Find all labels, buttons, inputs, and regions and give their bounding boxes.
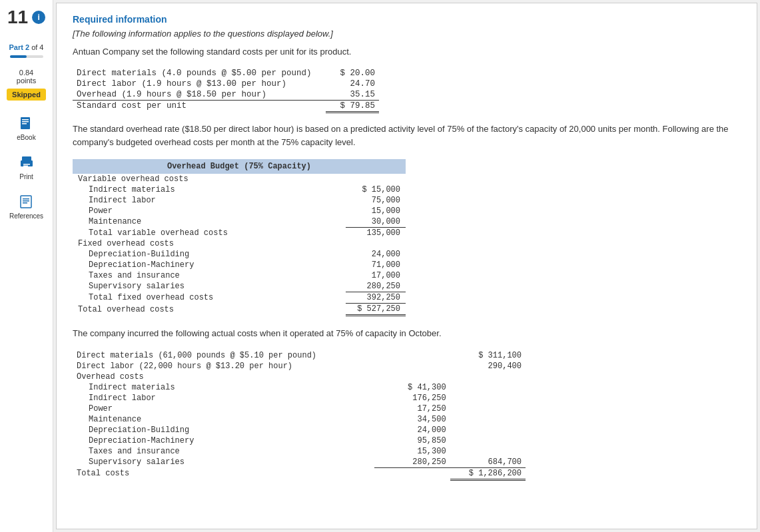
table-row: Taxes and insurance 17,000 xyxy=(73,270,406,281)
table-row: Supervisory salaries 280,250 684,700 xyxy=(73,457,526,468)
table-row: Power 15,000 xyxy=(73,206,406,216)
cost-value: 24.70 xyxy=(326,79,379,89)
item-col2: 34,500 xyxy=(374,414,450,425)
item-label: Direct materials (61,000 pounds @ $5.10 … xyxy=(73,350,374,361)
svg-rect-9 xyxy=(23,198,29,200)
item-col2: 24,000 xyxy=(374,425,450,435)
item-label: Depreciation-Machinery xyxy=(73,260,346,270)
cost-value: $ 20.00 xyxy=(326,68,379,79)
part-label: Part 2 of 4 xyxy=(9,43,44,53)
info-icon[interactable]: i xyxy=(32,11,45,24)
total-label: Total costs xyxy=(73,467,374,479)
table-row: Direct materials (61,000 pounds @ $5.10 … xyxy=(73,350,526,361)
item-label: Maintenance xyxy=(73,216,346,228)
standard-costs-table: Direct materials (4.0 pounds @ $5.00 per… xyxy=(73,68,379,113)
svg-rect-6 xyxy=(23,164,30,165)
item-label: Power xyxy=(73,206,346,216)
total-label: Total overhead costs xyxy=(73,304,346,316)
table-row: Depreciation-Machinery 95,850 xyxy=(73,435,526,446)
svg-rect-1 xyxy=(22,119,29,121)
svg-rect-8 xyxy=(21,196,31,208)
item-col2: 17,250 xyxy=(374,403,450,414)
item-col3: 290,400 xyxy=(450,361,526,372)
table-row: Indirect labor 176,250 xyxy=(73,393,526,403)
overhead-header: Overhead Budget (75% Capacity) xyxy=(73,159,406,174)
item-col2: 15,300 xyxy=(374,446,450,457)
skipped-badge: Skipped xyxy=(7,89,46,101)
main-content: Required information [The following info… xyxy=(56,3,757,529)
references-tool[interactable]: References xyxy=(9,192,43,220)
svg-rect-7 xyxy=(23,166,28,167)
body-text: The standard overhead rate ($18.50 per d… xyxy=(73,123,741,150)
table-row-total: Total overhead costs $ 527,250 xyxy=(73,304,406,316)
table-row-total: Standard cost per unit $ 79.85 xyxy=(73,100,379,112)
section-label: Variable overhead costs xyxy=(73,174,346,184)
item-label: Supervisory salaries xyxy=(73,281,346,292)
table-row: Depreciation-Machinery 71,000 xyxy=(73,260,406,270)
item-label: Power xyxy=(73,403,374,414)
table-row: Direct labor (22,000 hours @ $13.20 per … xyxy=(73,361,526,372)
table-row: Indirect materials $ 15,000 xyxy=(73,184,406,195)
table-row: Maintenance 34,500 xyxy=(73,414,526,425)
print-tool[interactable]: Print xyxy=(17,153,36,180)
section-label: Fixed overhead costs xyxy=(73,238,346,249)
italic-note: [The following information applies to th… xyxy=(73,29,741,39)
print-label: Print xyxy=(19,173,33,180)
item-label: Direct labor (22,000 hours @ $13.20 per … xyxy=(73,361,374,372)
table-row: Taxes and insurance 15,300 xyxy=(73,446,526,457)
item-value: 71,000 xyxy=(346,260,406,270)
subtotal-label: Total fixed overhead costs xyxy=(73,292,346,304)
subtotal-value: 392,250 xyxy=(346,292,406,304)
references-icon xyxy=(17,192,35,211)
svg-rect-11 xyxy=(23,202,27,204)
table-row-total: Total costs $ 1,286,200 xyxy=(73,467,526,479)
item-label: Maintenance xyxy=(73,414,374,425)
item-value: 30,000 xyxy=(346,216,406,228)
required-info-title: Required information xyxy=(73,14,741,25)
table-row: Direct materials (4.0 pounds @ $5.00 per… xyxy=(73,68,379,79)
subtotal-value: 135,000 xyxy=(346,228,406,239)
progress-fill xyxy=(10,55,27,58)
progress-bar xyxy=(10,55,43,58)
table-row: Power 17,250 xyxy=(73,403,526,414)
total-value: $ 1,286,200 xyxy=(450,467,526,479)
points-value: 0.84 xyxy=(19,69,33,77)
cost-value: 35.15 xyxy=(326,89,379,101)
item-label: Depreciation-Machinery xyxy=(73,435,374,446)
cost-label: Direct materials (4.0 pounds @ $5.00 per… xyxy=(73,68,326,79)
item-col3: 684,700 xyxy=(450,457,526,468)
overhead-budget-table: Overhead Budget (75% Capacity) Variable … xyxy=(73,159,406,316)
intro-text: Antuan Company set the following standar… xyxy=(73,45,741,59)
item-col2: 95,850 xyxy=(374,435,450,446)
table-row: Indirect labor 75,000 xyxy=(73,195,406,206)
item-value: 75,000 xyxy=(346,195,406,206)
svg-rect-2 xyxy=(22,121,29,123)
item-label: Depreciation-Building xyxy=(73,249,346,260)
total-value: $ 527,250 xyxy=(346,304,406,316)
table-row: Fixed overhead costs xyxy=(73,238,406,249)
print-icon xyxy=(17,153,36,172)
item-col3: $ 311,100 xyxy=(450,350,526,361)
references-label: References xyxy=(9,212,43,220)
cost-label: Standard cost per unit xyxy=(73,100,326,112)
sidebar: 11 i Part 2 of 4 0.84 points Skipped eBo… xyxy=(0,0,53,532)
item-label: Overhead costs xyxy=(73,372,374,382)
table-row: Overhead (1.9 hours @ $18.50 per hour) 3… xyxy=(73,89,379,101)
cost-value-total: $ 79.85 xyxy=(326,100,379,112)
points-label: points xyxy=(17,77,36,85)
subtotal-label: Total variable overhead costs xyxy=(73,228,346,239)
svg-rect-3 xyxy=(22,123,27,125)
table-row: Depreciation-Building 24,000 xyxy=(73,425,526,435)
item-label: Taxes and insurance xyxy=(73,270,346,281)
ebook-icon xyxy=(17,114,35,133)
svg-rect-10 xyxy=(23,200,29,202)
item-label: Indirect labor xyxy=(73,393,374,403)
item-col2: $ 41,300 xyxy=(374,382,450,393)
item-col2: 176,250 xyxy=(374,393,450,403)
table-row-subtotal: Total fixed overhead costs 392,250 xyxy=(73,292,406,304)
cost-label: Overhead (1.9 hours @ $18.50 per hour) xyxy=(73,89,326,101)
item-label: Depreciation-Building xyxy=(73,425,374,435)
ebook-tool[interactable]: eBook xyxy=(17,114,35,141)
item-label: Indirect materials xyxy=(73,184,346,195)
part-rest: of 4 xyxy=(29,43,43,51)
